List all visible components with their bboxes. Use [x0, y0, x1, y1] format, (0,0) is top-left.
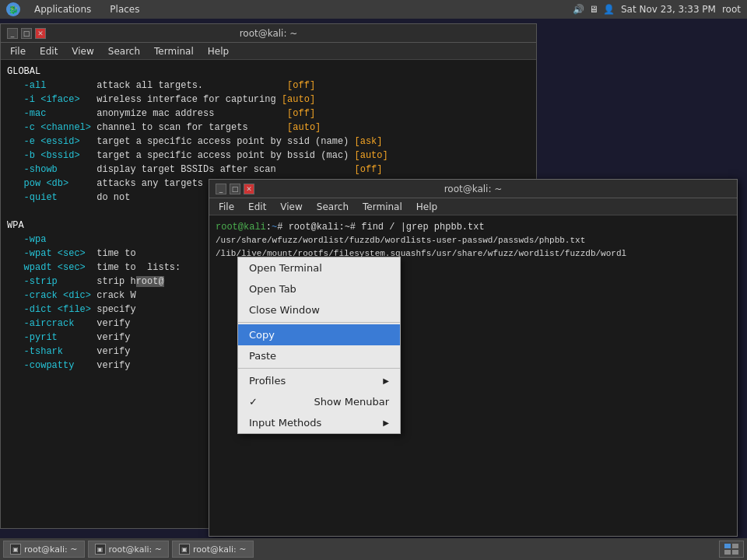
system-icons: 🔊 🖥 👤 — [573, 4, 615, 15]
bg-menu-file[interactable]: File — [4, 44, 32, 58]
ctx-close-window-label: Close Window — [249, 304, 320, 316]
fg-menu-file[interactable]: File — [212, 200, 240, 214]
fg-close-button[interactable]: ✕ — [244, 184, 254, 194]
fg-menu-help[interactable]: Help — [410, 200, 444, 214]
taskbar-item-1[interactable]: ▣ root@kali: ~ — [3, 541, 85, 558]
taskbar-icon-2: ▣ — [95, 544, 106, 555]
places-menu[interactable]: Places — [105, 2, 144, 16]
bg-menu-terminal[interactable]: Terminal — [148, 44, 200, 58]
applications-menu[interactable]: Applications — [30, 2, 96, 16]
system-bar-right: 🔊 🖥 👤 Sat Nov 23, 3:33 PM root — [573, 4, 741, 15]
ctx-input-methods-arrow: ▶ — [383, 418, 389, 427]
bg-menu-edit[interactable]: Edit — [33, 44, 64, 58]
ctx-show-menubar-label: Show Menubar — [314, 396, 389, 408]
fg-menu-terminal[interactable]: Terminal — [356, 200, 409, 214]
username-display: root — [722, 4, 741, 15]
pager-cell-1 — [724, 544, 731, 548]
bg-close-button[interactable]: ✕ — [35, 28, 46, 39]
taskbar-label-3: root@kali: ~ — [193, 544, 247, 555]
taskbar-item-2[interactable]: ▣ root@kali: ~ — [88, 541, 170, 558]
ctx-open-terminal-label: Open Terminal — [249, 262, 322, 274]
fg-terminal-title: root@kali: ~ — [254, 184, 692, 194]
pager-cell-2 — [732, 544, 738, 548]
taskbar: ▣ root@kali: ~ ▣ root@kali: ~ ▣ root@kal… — [0, 538, 747, 560]
ctx-open-tab-label: Open Tab — [249, 283, 296, 295]
taskbar-label-2: root@kali: ~ — [109, 544, 163, 555]
user-icon[interactable]: 👤 — [603, 4, 615, 15]
network-icon[interactable]: 🖥 — [589, 4, 598, 15]
fg-win-controls: _ □ ✕ — [216, 184, 254, 194]
pager-cell-3 — [724, 550, 731, 555]
bg-menu-search[interactable]: Search — [102, 44, 146, 58]
bg-terminal-title: root@kali: ~ — [46, 28, 491, 39]
workspace-pager[interactable] — [719, 541, 744, 558]
desktop: LINUX the more you are able to hear 🐉 Ap… — [0, 0, 747, 560]
system-clock: Sat Nov 23, 3:33 PM — [621, 4, 716, 15]
ctx-open-tab[interactable]: Open Tab — [238, 278, 400, 299]
ctx-paste-label: Paste — [249, 350, 276, 362]
context-menu: Open Terminal Open Tab Close Window Copy… — [237, 257, 401, 434]
volume-icon[interactable]: 🔊 — [573, 4, 584, 15]
ctx-profiles-arrow: ▶ — [383, 376, 389, 385]
fg-maximize-button[interactable]: □ — [230, 184, 240, 194]
ctx-input-methods-label: Input Methods — [249, 417, 321, 429]
bg-maximize-button[interactable]: □ — [21, 28, 32, 39]
ctx-paste[interactable]: Paste — [238, 345, 400, 366]
ctx-show-menubar[interactable]: ✓ Show Menubar — [238, 391, 400, 412]
bg-menu-view[interactable]: View — [65, 44, 100, 58]
fg-menu-edit[interactable]: Edit — [242, 200, 272, 214]
taskbar-label-1: root@kali: ~ — [24, 544, 78, 555]
ctx-close-window[interactable]: Close Window — [238, 299, 400, 320]
fg-output-line-1: /usr/share/wfuzz/wordlist/fuzzdb/wordlis… — [216, 234, 731, 247]
fg-minimize-button[interactable]: _ — [216, 184, 226, 194]
system-bar: 🐉 Applications Places 🔊 🖥 👤 Sat Nov 23, … — [0, 0, 747, 19]
fg-menu-view[interactable]: View — [274, 200, 308, 214]
taskbar-icon-3: ▣ — [179, 544, 190, 555]
system-bar-left: 🐉 Applications Places — [6, 2, 144, 16]
ctx-profiles[interactable]: Profiles ▶ — [238, 370, 400, 391]
fg-terminal-menubar: File Edit View Search Terminal Help — [209, 198, 737, 215]
ctx-open-terminal[interactable]: Open Terminal — [238, 257, 400, 278]
kali-dragon-icon[interactable]: 🐉 — [6, 2, 20, 16]
taskbar-right — [719, 541, 744, 558]
ctx-separator-2 — [238, 368, 400, 369]
taskbar-icon-1: ▣ — [10, 544, 21, 555]
fg-terminal-titlebar: _ □ ✕ root@kali: ~ — [209, 180, 737, 198]
fg-command-text: root@kali:~# find / |grep phpbb.txt — [289, 222, 485, 233]
bg-minimize-button[interactable]: _ — [7, 28, 18, 39]
ctx-copy-label: Copy — [249, 329, 275, 341]
taskbar-item-3[interactable]: ▣ root@kali: ~ — [172, 541, 254, 558]
bg-terminal-menubar: File Edit View Search Terminal Help — [1, 43, 536, 60]
pager-cell-4 — [732, 550, 738, 555]
ctx-copy[interactable]: Copy — [238, 324, 400, 345]
bg-menu-help[interactable]: Help — [202, 44, 235, 58]
pager-grid — [724, 544, 738, 555]
bg-terminal-titlebar: _ □ ✕ root@kali: ~ — [1, 24, 536, 43]
fg-menu-search[interactable]: Search — [310, 200, 355, 214]
ctx-profiles-label: Profiles — [249, 375, 286, 387]
ctx-separator-1 — [238, 322, 400, 323]
ctx-show-menubar-check: ✓ — [249, 396, 258, 408]
bg-win-controls: _ □ ✕ — [7, 28, 46, 39]
ctx-input-methods[interactable]: Input Methods ▶ — [238, 412, 400, 433]
